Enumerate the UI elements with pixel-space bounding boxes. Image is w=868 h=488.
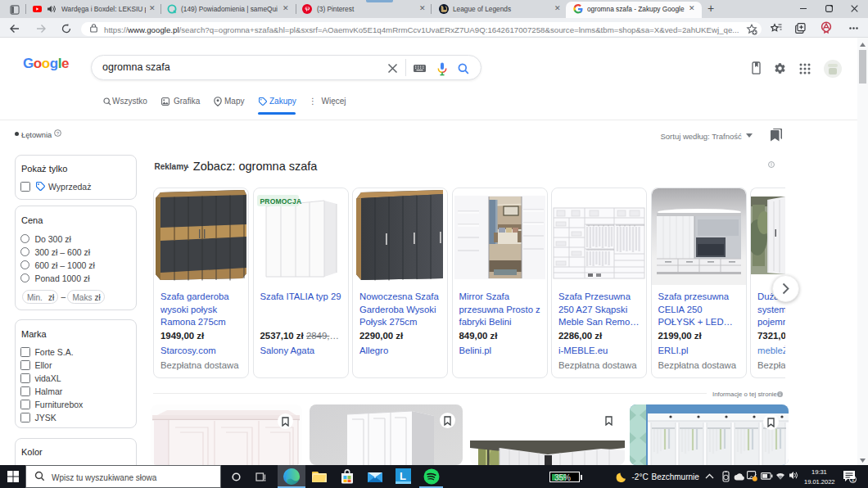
svg-text:1: 1 [851,476,854,483]
svg-text:?: ? [57,131,60,136]
